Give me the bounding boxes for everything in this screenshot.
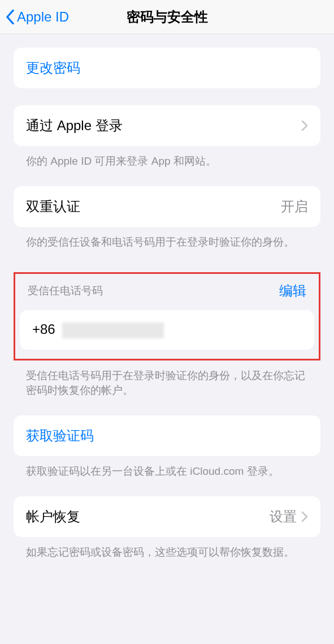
change-password-label: 更改密码 (26, 59, 80, 77)
sign-in-with-apple-footer: 你的 Apple ID 可用来登录 App 和网站。 (14, 146, 320, 169)
trusted-phone-header-label: 受信任电话号码 (28, 284, 103, 298)
change-password-cell[interactable]: 更改密码 (14, 48, 320, 88)
chevron-right-icon (301, 120, 308, 131)
nav-header: Apple ID 密码与安全性 (0, 0, 334, 34)
account-recovery-label: 帐户恢复 (26, 508, 80, 526)
two-factor-label: 双重认证 (26, 198, 80, 216)
sign-in-with-apple-label: 通过 Apple 登录 (26, 117, 123, 135)
chevron-left-icon (6, 10, 15, 24)
two-factor-cell[interactable]: 双重认证 开启 (14, 186, 320, 227)
account-recovery-footer: 如果忘记密码或设备密码，这些选项可以帮你恢复数据。 (14, 537, 320, 560)
trusted-phone-highlight: 受信任电话号码 编辑 +86 (14, 272, 320, 360)
trusted-phone-edit-button[interactable]: 编辑 (279, 282, 306, 300)
account-recovery-value: 设置 (270, 508, 297, 526)
phone-redacted (62, 323, 164, 338)
sign-in-with-apple-cell[interactable]: 通过 Apple 登录 (14, 105, 320, 146)
two-factor-footer: 你的受信任设备和电话号码用于在登录时验证你的身份。 (14, 227, 320, 250)
phone-prefix: +86 (32, 321, 55, 337)
get-code-label: 获取验证码 (26, 427, 94, 445)
account-recovery-cell[interactable]: 帐户恢复 设置 (14, 496, 320, 537)
back-button[interactable]: Apple ID (0, 9, 69, 25)
back-label: Apple ID (17, 9, 69, 25)
trusted-phone-cell[interactable]: +86 (20, 310, 314, 350)
get-code-cell[interactable]: 获取验证码 (14, 415, 320, 456)
trusted-phone-footer: 受信任电话号码用于在登录时验证你的身份，以及在你忘记密码时恢复你的帐户。 (14, 360, 320, 398)
chevron-right-icon (301, 511, 308, 522)
two-factor-value: 开启 (281, 198, 308, 216)
trusted-phone-number: +86 (32, 321, 164, 338)
get-code-footer: 获取验证码以在另一台设备上或在 iCloud.com 登录。 (14, 456, 320, 479)
